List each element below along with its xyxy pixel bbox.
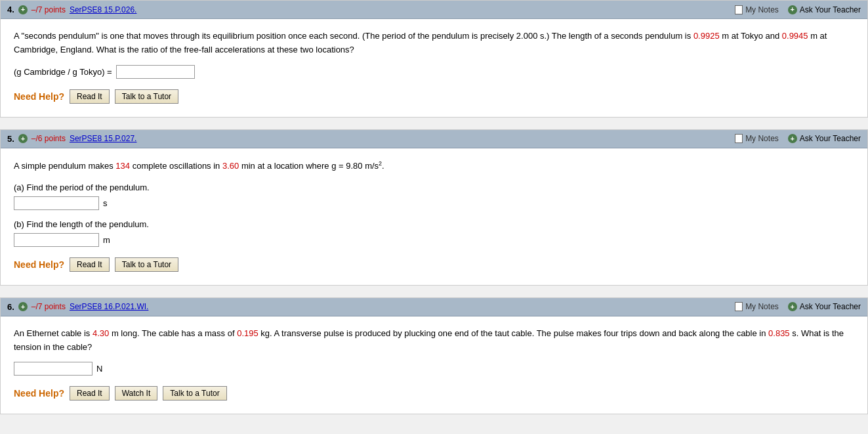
notes-icon-5 <box>735 134 743 143</box>
q6-text-prefix: An Ethernet cable is <box>14 328 93 338</box>
problem-6-text: An Ethernet cable is 4.30 m long. The ca… <box>14 327 854 355</box>
problem-5-header: 5. + –/6 points SerPSE8 15.P.027. My Not… <box>1 130 867 148</box>
q4-answer-label: (g Cambridge / g Tokyo) = <box>14 67 112 77</box>
problem-5: 5. + –/6 points SerPSE8 15.P.027. My Not… <box>0 129 868 286</box>
my-notes-6[interactable]: My Notes <box>735 302 779 311</box>
q5-part-a-input[interactable] <box>14 196 99 210</box>
problem-6-header: 6. + –/7 points SerPSE8 16.P.021.WI. My … <box>1 298 867 316</box>
ask-teacher-6[interactable]: + Ask Your Teacher <box>788 302 861 311</box>
problem-4-number: 4. <box>7 5 14 14</box>
notes-icon-4 <box>735 5 743 14</box>
problem-6: 6. + –/7 points SerPSE8 16.P.021.WI. My … <box>0 297 868 415</box>
problem-4-text: A "seconds pendulum" is one that moves t… <box>14 30 854 57</box>
problem-6-number: 6. <box>7 302 14 312</box>
q5-part-b-input[interactable] <box>14 233 99 247</box>
expand-icon-4[interactable]: + <box>18 5 28 14</box>
problem-5-text: A simple pendulum makes 134 complete osc… <box>14 159 854 173</box>
problem-4-code[interactable]: SerPSE8 15.P.026. <box>70 5 137 14</box>
problem-5-part-b-answer: m <box>14 233 854 247</box>
my-notes-4[interactable]: My Notes <box>735 5 779 14</box>
problem-5-part-b: (b) Find the length of the pendulum. m <box>14 219 854 247</box>
read-it-button-6[interactable]: Read It <box>70 386 110 401</box>
problem-4-need-help: Need Help? Read It Talk to a Tutor <box>14 89 854 104</box>
expand-icon-5[interactable]: + <box>18 134 28 143</box>
problem-6-body: An Ethernet cable is 4.30 m long. The ca… <box>1 316 867 414</box>
problem-5-number: 5. <box>7 134 14 144</box>
q6-text-mid2: kg. A transverse pulse is produced by pl… <box>258 328 768 338</box>
problem-4-body: A "seconds pendulum" is one that moves t… <box>1 19 867 117</box>
need-help-6-label: Need Help? <box>14 388 64 399</box>
q5-part-b-unit: m <box>103 235 110 245</box>
q6-answer-input[interactable] <box>14 362 93 376</box>
problem-6-code[interactable]: SerPSE8 16.P.021.WI. <box>70 302 149 311</box>
ask-teacher-icon-5: + <box>788 134 797 143</box>
problem-5-part-a-label: (a) Find the period of the pendulum. <box>14 183 854 192</box>
ask-teacher-icon-4: + <box>788 5 797 14</box>
problem-5-points: –/6 points <box>31 134 66 143</box>
problem-5-part-b-label: (b) Find the length of the pendulum. <box>14 219 854 229</box>
ask-teacher-6-label: Ask Your Teacher <box>800 302 861 311</box>
problem-5-part-a-answer: s <box>14 196 854 210</box>
problem-4: 4. + –/7 points SerPSE8 15.P.026. My Not… <box>0 0 868 118</box>
problem-6-points: –/7 points <box>31 302 66 311</box>
q6-val1: 4.30 <box>93 328 109 338</box>
need-help-5-label: Need Help? <box>14 259 64 270</box>
q4-text-mid1: m at Tokyo and <box>720 31 782 41</box>
talk-to-tutor-button-6[interactable]: Talk to a Tutor <box>163 386 226 401</box>
my-notes-5[interactable]: My Notes <box>735 134 779 143</box>
problem-4-points: –/7 points <box>31 5 66 14</box>
problem-5-code[interactable]: SerPSE8 15.P.027. <box>70 134 137 143</box>
ask-teacher-4-label: Ask Your Teacher <box>800 5 861 14</box>
q6-val2: 0.195 <box>237 328 258 338</box>
problem-4-header: 4. + –/7 points SerPSE8 15.P.026. My Not… <box>1 1 867 19</box>
q4-val1: 0.9925 <box>693 31 720 41</box>
watch-it-button-6[interactable]: Watch It <box>115 386 158 401</box>
my-notes-6-label: My Notes <box>745 302 779 311</box>
talk-to-tutor-button-5[interactable]: Talk to a Tutor <box>115 257 178 272</box>
ask-teacher-5[interactable]: + Ask Your Teacher <box>788 134 861 143</box>
problem-5-need-help: Need Help? Read It Talk to a Tutor <box>14 257 854 272</box>
q4-answer-input[interactable] <box>116 65 195 79</box>
q6-val3: 0.835 <box>768 328 790 338</box>
q5-val1: 134 <box>115 161 130 171</box>
q5-text-prefix: A simple pendulum makes <box>14 161 115 171</box>
q4-val2: 0.9945 <box>782 31 808 41</box>
ask-teacher-4[interactable]: + Ask Your Teacher <box>788 5 861 14</box>
q5-part-a-unit: s <box>103 198 108 208</box>
problem-4-answer-line: (g Cambridge / g Tokyo) = <box>14 65 854 79</box>
problem-5-part-a: (a) Find the period of the pendulum. s <box>14 183 854 210</box>
need-help-4-label: Need Help? <box>14 91 64 102</box>
q5-text-mid1: complete oscillations in <box>130 161 222 171</box>
my-notes-4-label: My Notes <box>745 5 779 14</box>
my-notes-5-label: My Notes <box>745 134 779 143</box>
ask-teacher-icon-6: + <box>788 302 797 311</box>
read-it-button-4[interactable]: Read It <box>70 89 110 104</box>
notes-icon-6 <box>735 302 743 311</box>
ask-teacher-5-label: Ask Your Teacher <box>800 134 861 143</box>
talk-to-tutor-button-4[interactable]: Talk to a Tutor <box>115 89 178 104</box>
q5-text-mid2: min at a location where g = 9.80 m/s <box>239 161 379 171</box>
problem-6-need-help: Need Help? Read It Watch It Talk to a Tu… <box>14 386 854 401</box>
q5-val2: 3.60 <box>222 161 239 171</box>
q4-text-prefix: A "seconds pendulum" is one that moves t… <box>14 31 693 41</box>
problem-6-answer-line: N <box>14 362 854 376</box>
q6-answer-unit: N <box>96 364 102 374</box>
q6-text-mid1: m long. The cable has a mass of <box>109 328 237 338</box>
expand-icon-6[interactable]: + <box>18 302 28 311</box>
read-it-button-5[interactable]: Read It <box>70 257 110 272</box>
problem-5-body: A simple pendulum makes 134 complete osc… <box>1 148 867 285</box>
